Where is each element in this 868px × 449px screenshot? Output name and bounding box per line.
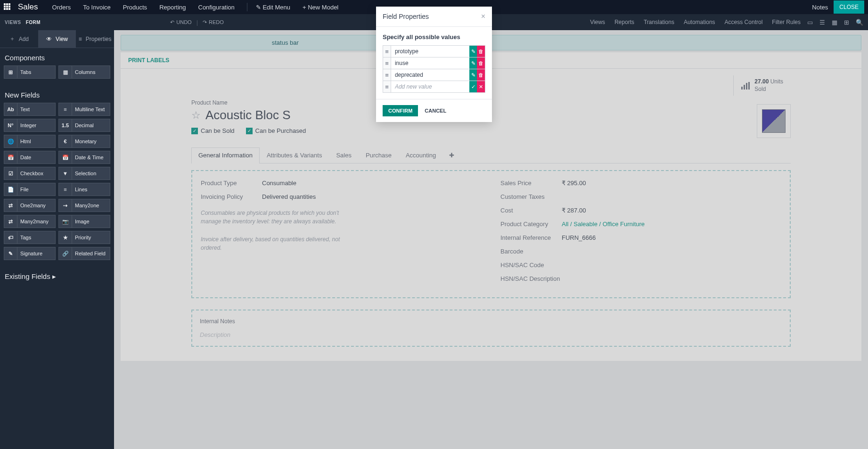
confirm-value-button[interactable]: ✓ [469,81,477,92]
sublink-automations[interactable]: Automations [684,19,715,25]
view-form-icon[interactable]: ▭ [807,19,813,26]
view-kanban-icon[interactable]: ▦ [832,19,837,26]
field-item[interactable]: ⇢Many2one [58,199,110,212]
tab-attributes[interactable]: Attributes & Variants [260,147,329,163]
search-icon[interactable]: 🔍 [856,19,863,26]
field-item[interactable]: ⇄Many2many [4,215,56,228]
field-item[interactable]: €Monetary [58,135,110,148]
redo-button[interactable]: ↷ REDO [203,19,224,25]
drag-handle-icon[interactable]: ≡ [383,69,391,81]
tab-add-button[interactable]: ✚ [443,147,460,163]
field-item[interactable]: ✎Signature [4,247,56,260]
nav-products[interactable]: Products [123,4,147,11]
field-item[interactable]: 📅Date & Time [58,151,110,164]
edit-value-button[interactable]: ✎ [469,69,477,81]
view-grid-icon[interactable]: ⊞ [844,19,849,26]
view-list-icon[interactable]: ☰ [819,19,825,26]
cancel-button[interactable]: CANCEL [423,105,448,116]
section-new-fields: New Fields [0,85,114,103]
product-image[interactable] [757,104,791,138]
tab-sales[interactable]: Sales [329,147,359,163]
internal-notes-label: Internal Notes [200,318,782,325]
field-item[interactable]: 📄File [4,183,56,196]
form-field: Product TypeConsumable [201,180,482,187]
component-item[interactable]: ⊞Tabs [4,65,56,79]
add-value-input[interactable] [391,81,469,92]
product-name[interactable]: Acoustic Bloc S [205,108,291,122]
sublink-translations[interactable]: Translations [644,19,674,25]
field-item[interactable]: ≡Lines [58,183,110,196]
form-field: HSN/SAC Code [500,261,781,269]
favorite-star-icon[interactable]: ☆ [191,109,201,122]
field-properties-modal: Field Properties × Specify all possible … [376,7,492,122]
edit-value-button[interactable]: ✎ [469,57,477,69]
cancel-value-button[interactable]: ✕ [477,81,485,92]
value-input[interactable] [391,57,469,69]
checkbox-can-be-sold[interactable]: ✓Can be Sold [191,127,235,134]
field-item[interactable]: 1.5Decimal [58,119,110,132]
breadcrumb-views[interactable]: VIEWS [5,20,21,25]
sublink-views[interactable]: Views [590,19,605,25]
nav-orders[interactable]: Orders [52,4,71,11]
drag-handle-icon[interactable]: ≡ [383,81,391,92]
edit-value-button[interactable]: ✎ [469,46,477,57]
stat-sold[interactable]: 27.00 UnitsSold [733,75,791,96]
internal-notes-input[interactable]: Description [200,331,782,338]
edit-menu-button[interactable]: ✎ Edit Menu [256,4,290,11]
sublink-filter[interactable]: Filter Rules [772,19,801,25]
sidebar: ＋ Add 👁 View ≡ Properties Components ⊞Ta… [0,30,114,449]
field-item[interactable]: 🌐Html [4,135,56,148]
sublink-access[interactable]: Access Control [725,19,763,25]
close-button[interactable]: CLOSE [834,0,864,14]
modal-title: Field Properties [383,13,429,20]
nav-reporting[interactable]: Reporting [159,4,186,11]
notes-link[interactable]: Notes [812,4,828,11]
delete-value-button[interactable]: 🗑 [477,57,485,69]
new-model-button[interactable]: + New Model [303,4,338,11]
mode-view[interactable]: 👁 View [38,30,76,48]
confirm-button[interactable]: CONFIRM [383,105,418,116]
tab-accounting[interactable]: Accounting [399,147,443,163]
section-existing-fields[interactable]: Existing Fields ▸ [0,267,114,285]
drag-handle-icon[interactable]: ≡ [383,46,391,57]
field-item[interactable]: ≡Multiline Text [58,103,110,116]
section-components: Components [0,48,114,65]
form-field: Product CategoryAll / Saleable / Office … [500,220,781,228]
drag-handle-icon[interactable]: ≡ [383,57,391,69]
field-item[interactable]: N°Integer [4,119,56,132]
component-item[interactable]: ▥Columns [58,65,110,79]
app-name: Sales [18,2,38,12]
field-item[interactable]: ☑Checkbox [4,167,56,180]
undo-button[interactable]: ↶ UNDO [170,19,191,25]
delete-value-button[interactable]: 🗑 [477,46,485,57]
delete-value-button[interactable]: 🗑 [477,69,485,81]
tab-purchase[interactable]: Purchase [359,147,399,163]
field-item[interactable]: 🏷Tags [4,231,56,244]
breadcrumb-form[interactable]: FORM [26,20,41,25]
mode-add[interactable]: ＋ Add [0,30,38,48]
field-item[interactable]: ★Priority [58,231,110,244]
field-item[interactable]: 🔗Related Field [58,247,110,260]
field-item[interactable]: ⇄One2many [4,199,56,212]
value-input[interactable] [391,46,469,57]
help-text-2: Invoice after delivery, based on quantit… [201,235,342,252]
value-input[interactable] [391,69,469,81]
nav-configuration[interactable]: Configuration [198,4,235,11]
field-item[interactable]: ▼Selection [58,167,110,180]
sublink-reports[interactable]: Reports [614,19,634,25]
help-text-1: Consumables are physical products for wh… [201,209,342,226]
modal-close-button[interactable]: × [481,12,485,21]
value-row: ≡✎🗑 [383,57,485,69]
field-item[interactable]: 📷Image [58,215,110,228]
nav-to-invoice[interactable]: To Invoice [83,4,111,11]
tab-general[interactable]: General Information [191,147,260,163]
product-tabs: General Information Attributes & Variant… [191,147,791,163]
field-item[interactable]: 📅Date [4,151,56,164]
form-field: Internal ReferenceFURN_6666 [500,234,781,241]
field-item[interactable]: AbText [4,103,56,116]
bars-icon [741,82,750,90]
form-field: HSN/SAC Description [500,275,781,282]
checkbox-can-be-purchased[interactable]: ✓Can be Purchased [246,127,306,134]
apps-icon[interactable] [4,3,11,11]
mode-properties[interactable]: ≡ Properties [76,30,114,48]
